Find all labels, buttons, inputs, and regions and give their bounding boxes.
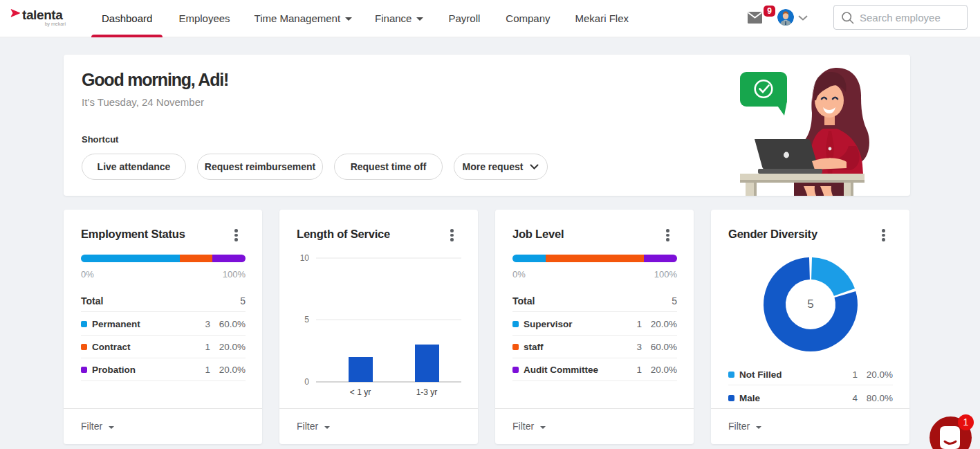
svg-text:0: 0 — [304, 377, 309, 387]
svg-text:< 1 yr: < 1 yr — [350, 387, 371, 397]
svg-text:by mekari: by mekari — [45, 21, 66, 27]
svg-text:1-3 yr: 1-3 yr — [416, 387, 438, 397]
svg-text:talenta: talenta — [22, 8, 63, 22]
svg-text:10: 10 — [300, 253, 310, 263]
svg-text:5: 5 — [304, 315, 309, 324]
